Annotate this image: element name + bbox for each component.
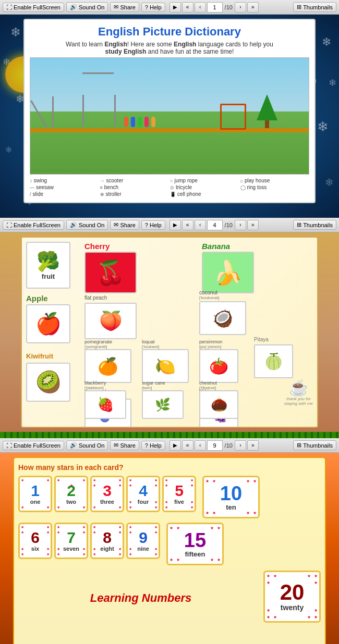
page-input-3[interactable] [207, 440, 223, 451]
fullscreen-button-2[interactable]: ⛶ Enable FullScreen [3, 220, 64, 230]
number-card-1: ★ ★ 1 one ★ ★ [18, 476, 52, 512]
next-button-3[interactable]: › [235, 440, 246, 451]
toolbar-2: ⛶ Enable FullScreen 🔊 Sound On ✉ Share ?… [0, 218, 339, 232]
page-input-2[interactable] [207, 220, 223, 230]
fence [30, 128, 309, 132]
next-button-2[interactable]: › [235, 220, 246, 230]
page-total-3: /10 [224, 442, 234, 449]
coconut-label: coconut [199, 290, 246, 295]
loquat-section: loquat ['loukwot] 🍋 [142, 339, 189, 383]
last-button-2[interactable]: » [247, 220, 259, 230]
numbers-question: How many stars in each card? [18, 463, 321, 472]
banana-card: 🍌 [202, 252, 254, 293]
first-button-1[interactable]: « [182, 2, 193, 13]
tree-1 [257, 94, 277, 128]
play-button-3[interactable]: ▶ [170, 440, 181, 451]
help-button-1[interactable]: ? Help [141, 3, 165, 12]
prev-button-1[interactable]: ‹ [195, 2, 206, 13]
persimmon-card: 🍅 [199, 349, 238, 383]
thumbnails-icon-1: ⊞ [297, 4, 301, 10]
learning-title: Learning Numbers [18, 591, 263, 605]
park-scene: The Park [30, 57, 309, 175]
sound-button-2[interactable]: 🔊 Sound On [66, 220, 108, 230]
thumbnails-button-2[interactable]: ⊞ Thumbnails [293, 220, 336, 230]
word-scooter: →scooter [100, 178, 170, 183]
number-card-5: ★ ★ ★ ★ 5 five ★ ★ ★ ★ [162, 476, 196, 512]
coconut-card: 🥥 [199, 301, 246, 335]
nav-controls-1: ▶ « ‹ /10 › » [170, 2, 259, 13]
number-card-4: ★ ★ ★ ★ 4 four ★ ★ ★ ★ [126, 476, 160, 512]
fullscreen-icon-1: ⛶ [6, 4, 12, 10]
word-eight: eight [100, 546, 114, 552]
digit-20: 20 [280, 581, 305, 603]
digit-4: 4 [139, 483, 148, 499]
kiwi-card: 🥝 [26, 363, 70, 402]
thumbnails-button-1[interactable]: ⊞ Thumbnails [293, 2, 336, 12]
toolbar-3: ⛶ Enable FullScreen 🔊 Sound On ✉ Share ?… [0, 438, 339, 453]
coconut-section: coconut ['koukonat] 🥥 [199, 290, 246, 335]
fullscreen-button-1[interactable]: ⛶ Enable FullScreen [3, 3, 64, 12]
section-2: 🥦 fruit Apple 🍎 Kiwifruit 🥝 Cherry 🍒 Ban… [0, 232, 339, 438]
word-one: one [30, 499, 41, 505]
next-button-1[interactable]: › [235, 2, 246, 13]
loquat-card: 🍋 [142, 349, 189, 383]
fullscreen-button-3[interactable]: ⛶ Enable FullScreen [3, 441, 64, 450]
play-button-2[interactable]: ▶ [170, 220, 181, 230]
sound-button-1[interactable]: 🔊 Sound On [66, 2, 108, 12]
grass-border [0, 432, 339, 438]
word-three: three [100, 499, 114, 505]
page-total-1: /10 [224, 4, 234, 10]
nav-controls-3: ▶ « ‹ /10 › » [170, 440, 259, 451]
help-button-2[interactable]: ? Help [141, 220, 165, 230]
page-total-2: /10 [224, 222, 234, 228]
fullscreen-icon-2: ⛶ [6, 222, 12, 228]
sound-button-3[interactable]: 🔊 Sound On [66, 440, 108, 450]
number-card-8: ★ ★ ★ ★ 8 eight ★ ★ ★ ★ [90, 523, 124, 559]
share-button-2[interactable]: ✉ Share [110, 220, 139, 230]
number-card-3: ★ ★ ★ ★ 3 three ★ ★ [90, 476, 124, 512]
digit-1: 1 [31, 483, 40, 499]
word-four: four [138, 499, 149, 505]
cherry-card: 🍒 [84, 252, 137, 293]
first-button-3[interactable]: « [182, 440, 193, 451]
last-button-1[interactable]: » [247, 2, 259, 13]
prev-button-3[interactable]: ‹ [195, 440, 206, 451]
last-button-3[interactable]: » [247, 440, 259, 451]
word-jump-rope: ○jump rope [170, 178, 239, 183]
digit-9: 9 [139, 530, 148, 546]
share-button-3[interactable]: ✉ Share [110, 440, 139, 450]
word-seven: seven [63, 546, 79, 552]
flat-peach-label: flat peach [84, 295, 107, 301]
slide-structure [46, 96, 54, 130]
blackberry-section: blackberry ['blækbori] 🍓 [84, 380, 126, 419]
numbers-row-1: ★ ★ 1 one ★ ★ ★ ★ ★ 2 two ★ ★ [18, 476, 321, 518]
numbers-row-2: ★ ★ ★ ★ 6 six ★ ★ ★ ★ ★ ★ ★ ★ 7 [18, 523, 321, 565]
digit-5: 5 [175, 483, 184, 499]
bottom-row: Learning Numbers ★ ★ ★ ★ ★ ★ 20 twenty ★… [18, 571, 321, 623]
word-ring-toss: ◯ring toss [240, 184, 310, 190]
help-button-3[interactable]: ? Help [141, 441, 165, 450]
tea-cup-decoration: ☕ thank you for staying with me [284, 378, 313, 406]
number-card-2: ★ ★ ★ 2 two ★ ★ [54, 476, 88, 512]
pomegranate-card: 🍊 [84, 349, 131, 383]
prev-button-2[interactable]: ‹ [195, 220, 206, 230]
share-icon-3: ✉ [114, 442, 118, 449]
thumbnails-button-3[interactable]: ⊞ Thumbnails [293, 440, 336, 450]
play-button-1[interactable]: ▶ [170, 2, 181, 13]
first-button-2[interactable]: « [182, 220, 193, 230]
word-nine: nine [137, 546, 149, 552]
small-numbers-6-9: ★ ★ ★ ★ 6 six ★ ★ ★ ★ ★ ★ ★ ★ 7 [18, 523, 160, 559]
share-button-1[interactable]: ✉ Share [110, 2, 139, 12]
number-card-7: ★ ★ ★ ★ 7 seven ★ ★ ★ ★ [54, 523, 88, 559]
fullscreen-icon-3: ⛶ [6, 442, 12, 449]
word-five: five [174, 499, 184, 505]
fruit-card-container: 🥦 fruit Apple 🍎 Kiwifruit 🥝 Cherry 🍒 Ban… [21, 237, 318, 428]
toolbar-1: ⛶ Enable FullScreen 🔊 Sound On ✉ Share ?… [0, 0, 339, 15]
page-input-1[interactable] [207, 2, 223, 13]
sound-icon-1: 🔊 [70, 4, 77, 10]
coconut-phonetic: ['koukonat] [199, 295, 246, 300]
play-figures [124, 117, 155, 127]
word-fifteen: fifteen [185, 550, 205, 558]
dict-subtitle: Want to learn English! Here are some Eng… [30, 41, 309, 55]
blackberry-card: 🍓 [84, 390, 126, 419]
